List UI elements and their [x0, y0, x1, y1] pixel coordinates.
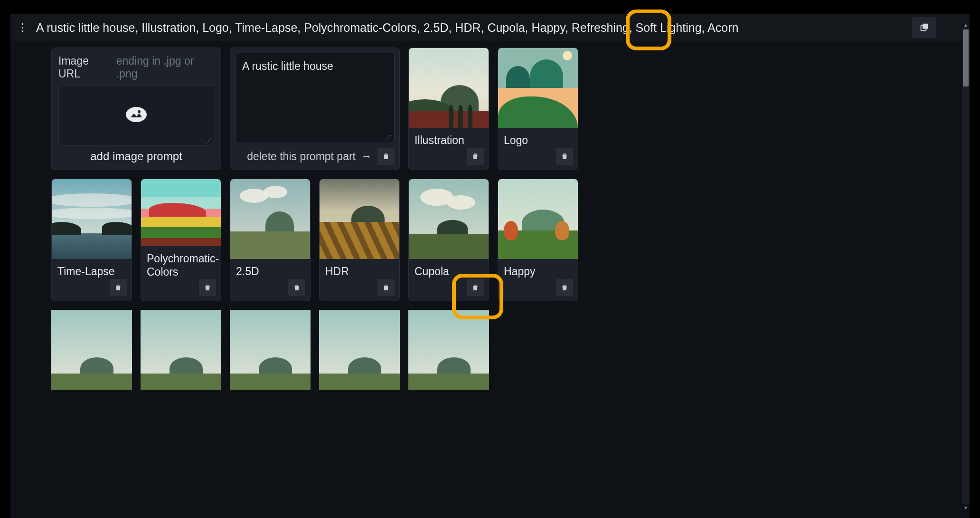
style-tile-hdr[interactable]: HDR	[319, 179, 400, 301]
scroll-down-icon[interactable]: ▼	[962, 504, 970, 511]
svg-rect-5	[474, 157, 477, 158]
trash-icon	[292, 283, 301, 292]
style-tile-cupola[interactable]: Cupola	[408, 179, 489, 301]
trash-icon	[382, 283, 390, 292]
tile-thumbnail	[498, 179, 578, 259]
trash-icon	[114, 283, 122, 292]
style-tile-partial[interactable]	[141, 310, 221, 390]
tile-thumbnail	[52, 179, 132, 259]
image-url-label: Image URL	[58, 55, 112, 80]
svg-point-3	[138, 110, 141, 113]
svg-rect-9	[296, 288, 298, 289]
style-tile-partial[interactable]	[408, 310, 489, 390]
tile-thumbnail	[408, 310, 489, 390]
svg-rect-7	[117, 288, 120, 289]
scrollbar-thumb[interactable]	[963, 29, 969, 86]
delete-tile-button[interactable]	[110, 279, 127, 296]
delete-tile-button[interactable]	[556, 279, 573, 296]
tile-grid: Image URL ending in .jpg or .png ⋰ add i…	[51, 48, 929, 390]
tile-thumbnail	[51, 310, 132, 390]
svg-rect-4	[385, 157, 387, 158]
tile-thumbnail	[230, 310, 311, 390]
svg-point-2	[126, 107, 147, 122]
svg-rect-8	[207, 288, 209, 289]
add-image-label: add image prompt	[58, 150, 214, 163]
delete-prompt-button[interactable]	[377, 148, 395, 165]
style-tile-partial[interactable]	[51, 310, 132, 390]
trash-icon	[471, 152, 480, 161]
style-tile-happy[interactable]: Happy	[498, 179, 578, 301]
delete-tile-button[interactable]	[377, 279, 395, 296]
tile-thumbnail	[409, 48, 489, 128]
delete-tile-button-cupola[interactable]	[467, 279, 484, 296]
style-tile-2-5d[interactable]: 2.5D	[230, 179, 311, 301]
scroll-up-icon[interactable]: ▲	[962, 21, 970, 29]
image-url-hint: ending in .jpg or .png	[116, 55, 214, 80]
style-tile-partial[interactable]	[230, 310, 311, 390]
vertical-scrollbar[interactable]: ▲ ▼	[962, 29, 970, 504]
tile-thumbnail	[498, 48, 578, 128]
menu-button[interactable]: ⋮	[15, 18, 29, 37]
tile-thumbnail	[320, 179, 399, 259]
popout-button[interactable]	[912, 17, 936, 38]
image-drop-zone[interactable]: ⋰	[58, 85, 214, 146]
image-prompt-card: Image URL ending in .jpg or .png ⋰ add i…	[51, 48, 221, 170]
delete-tile-button[interactable]	[467, 148, 484, 165]
prompt-full-text[interactable]: A rustic little house, Illustration, Log…	[36, 21, 905, 35]
style-tile-illustration[interactable]: Illustration	[408, 48, 489, 170]
tile-thumbnail	[141, 179, 221, 246]
tile-label: Cupola	[409, 259, 489, 278]
svg-rect-6	[564, 157, 566, 158]
tile-label: Happy	[498, 259, 578, 278]
trash-icon	[471, 283, 480, 292]
arrow-right-icon: →	[361, 150, 372, 163]
prompt-textarea[interactable]	[235, 53, 395, 143]
trash-icon	[203, 283, 212, 292]
delete-tile-button[interactable]	[288, 279, 305, 296]
tile-thumbnail	[319, 310, 400, 390]
tile-thumbnail	[141, 310, 221, 390]
tile-label: Time-Lapse	[52, 259, 132, 278]
tile-label: Illustration	[409, 128, 489, 147]
topbar: ⋮ A rustic little house, Illustration, L…	[10, 14, 970, 41]
delete-prompt-label[interactable]: delete this prompt part	[247, 150, 356, 163]
trash-icon	[560, 283, 569, 292]
style-tile-time-lapse[interactable]: Time-Lapse	[51, 179, 132, 301]
style-tile-logo[interactable]: Logo	[498, 48, 578, 170]
style-tile-partial[interactable]	[319, 310, 400, 390]
tile-label: Logo	[498, 128, 578, 147]
style-tile-polychromatic-colors[interactable]: Polychromatic-Colors	[141, 179, 221, 301]
popout-icon	[919, 22, 929, 33]
trash-icon	[560, 152, 569, 161]
image-icon	[125, 106, 148, 125]
svg-rect-1	[923, 24, 928, 29]
tile-thumbnail	[230, 179, 310, 259]
delete-tile-button[interactable]	[556, 148, 573, 165]
tile-label: Polychromatic-Colors	[141, 246, 221, 279]
tile-thumbnail	[409, 179, 489, 259]
svg-rect-12	[564, 288, 566, 289]
tile-label: HDR	[320, 259, 399, 278]
svg-rect-11	[474, 288, 477, 289]
resize-handle-icon: ⋰	[205, 137, 212, 144]
trash-icon	[382, 152, 390, 161]
text-prompt-card: ⋰ delete this prompt part →	[230, 48, 400, 170]
delete-tile-button[interactable]	[199, 279, 216, 296]
tile-label: 2.5D	[230, 259, 310, 278]
grid-wrap[interactable]: Image URL ending in .jpg or .png ⋰ add i…	[10, 41, 970, 518]
svg-rect-10	[385, 288, 387, 289]
